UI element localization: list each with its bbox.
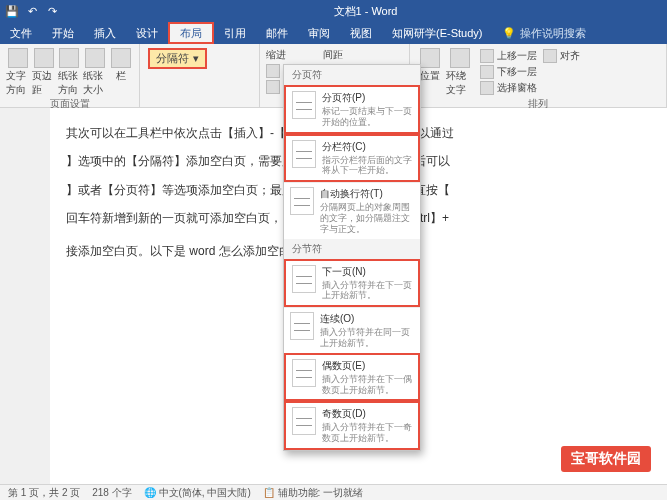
even-page-icon bbox=[292, 359, 316, 387]
menu-bar: 文件 开始 插入 设计 布局 引用 邮件 审阅 视图 知网研学(E-Study)… bbox=[0, 22, 667, 44]
align-button[interactable]: 对齐 bbox=[543, 48, 580, 63]
indent-right-icon bbox=[266, 80, 280, 94]
send-backward-button[interactable]: 下移一层 bbox=[480, 64, 537, 79]
status-bar: 第 1 页，共 2 页 218 个字 🌐 中文(简体, 中国大陆) 📋 辅助功能… bbox=[0, 484, 667, 500]
lightbulb-icon: 💡 bbox=[502, 27, 516, 40]
indent-left-icon bbox=[266, 64, 280, 78]
dd-item-column-break[interactable]: 分栏符(C)指示分栏符后面的文字将从下一栏开始。 bbox=[284, 134, 420, 183]
status-accessibility[interactable]: 📋 辅助功能: 一切就绪 bbox=[263, 486, 363, 500]
dd-section-page-breaks: 分页符 bbox=[284, 65, 420, 85]
tab-estudy[interactable]: 知网研学(E-Study) bbox=[382, 22, 492, 44]
continuous-icon bbox=[290, 312, 314, 340]
odd-page-icon bbox=[292, 407, 316, 435]
tab-design[interactable]: 设计 bbox=[126, 22, 168, 44]
tab-insert[interactable]: 插入 bbox=[84, 22, 126, 44]
dd-item-continuous[interactable]: 连续(O)插入分节符并在同一页上开始新节。 bbox=[284, 307, 420, 353]
status-language[interactable]: 🌐 中文(简体, 中国大陆) bbox=[144, 486, 251, 500]
tab-references[interactable]: 引用 bbox=[214, 22, 256, 44]
breaks-dropdown-menu: 分页符 分页符(P)标记一页结束与下一页开始的位置。 分栏符(C)指示分栏符后面… bbox=[283, 64, 421, 451]
margins-button[interactable]: 页边距 bbox=[32, 48, 56, 97]
tab-mailings[interactable]: 邮件 bbox=[256, 22, 298, 44]
columns-button[interactable]: 栏 bbox=[109, 48, 133, 97]
orientation-button[interactable]: 纸张方向 bbox=[58, 48, 82, 97]
ribbon: 文字方向 页边距 纸张方向 纸张大小 栏 页面设置 分隔符 ▾ 分页符 分页符(… bbox=[0, 44, 667, 108]
group-arrange: 位置 环绕文字 上移一层 下移一层 选择窗格 对齐 排列 bbox=[410, 44, 667, 107]
title-bar: 💾 ↶ ↷ 文档1 - Word bbox=[0, 0, 667, 22]
breaks-dropdown-button[interactable]: 分隔符 ▾ bbox=[148, 48, 207, 69]
tab-review[interactable]: 审阅 bbox=[298, 22, 340, 44]
tab-view[interactable]: 视图 bbox=[340, 22, 382, 44]
group-breaks-container: 分隔符 ▾ 分页符 分页符(P)标记一页结束与下一页开始的位置。 分栏符(C)指… bbox=[140, 44, 260, 107]
dd-section-section-breaks: 分节符 bbox=[284, 239, 420, 259]
tab-home[interactable]: 开始 bbox=[42, 22, 84, 44]
text-wrap-icon bbox=[290, 187, 314, 215]
tab-layout[interactable]: 布局 bbox=[168, 22, 214, 44]
status-word-count[interactable]: 218 个字 bbox=[92, 486, 131, 500]
dd-item-text-wrap[interactable]: 自动换行符(T)分隔网页上的对象周围的文字，如分隔题注文字与正文。 bbox=[284, 182, 420, 238]
spacing-label: 间距 bbox=[323, 48, 372, 62]
size-button[interactable]: 纸张大小 bbox=[83, 48, 107, 97]
redo-icon[interactable]: ↷ bbox=[46, 5, 58, 17]
dd-item-even-page[interactable]: 偶数页(E)插入分节符并在下一偶数页上开始新节。 bbox=[284, 353, 420, 402]
dd-item-odd-page[interactable]: 奇数页(D)插入分节符并在下一奇数页上开始新节。 bbox=[284, 401, 420, 450]
text-direction-button[interactable]: 文字方向 bbox=[6, 48, 30, 97]
document-title: 文档1 - Word bbox=[64, 4, 667, 19]
chevron-down-icon: ▾ bbox=[193, 52, 199, 65]
column-break-icon bbox=[292, 140, 316, 168]
undo-icon[interactable]: ↶ bbox=[26, 5, 38, 17]
status-page[interactable]: 第 1 页，共 2 页 bbox=[8, 486, 80, 500]
selection-pane-button[interactable]: 选择窗格 bbox=[480, 80, 537, 95]
tell-me[interactable]: 💡 操作说明搜索 bbox=[502, 26, 586, 41]
tab-file[interactable]: 文件 bbox=[0, 22, 42, 44]
dd-item-next-page[interactable]: 下一页(N)插入分节符并在下一页上开始新节。 bbox=[284, 259, 420, 308]
save-icon[interactable]: 💾 bbox=[6, 5, 18, 17]
page-break-icon bbox=[292, 91, 316, 119]
dd-item-page-break[interactable]: 分页符(P)标记一页结束与下一页开始的位置。 bbox=[284, 85, 420, 134]
wrap-text-button[interactable]: 环绕文字 bbox=[446, 48, 474, 97]
group-page-setup: 文字方向 页边距 纸张方向 纸张大小 栏 页面设置 bbox=[0, 44, 140, 107]
next-page-icon bbox=[292, 265, 316, 293]
bring-forward-button[interactable]: 上移一层 bbox=[480, 48, 537, 63]
watermark-badge: 宝哥软件园 bbox=[561, 446, 651, 472]
indent-label: 缩进 bbox=[266, 48, 315, 62]
